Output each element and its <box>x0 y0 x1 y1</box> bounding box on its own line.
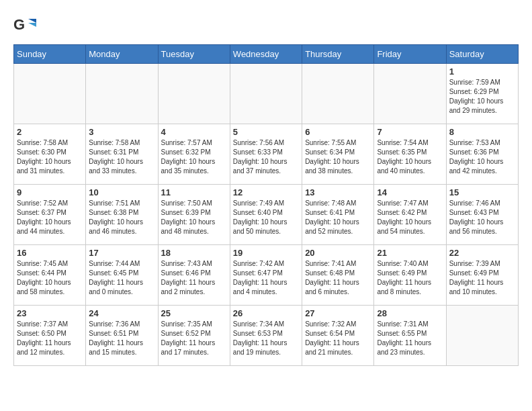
day-info: Sunrise: 7:41 AMSunset: 6:48 PMDaylight:… <box>305 259 371 297</box>
day-number: 11 <box>161 187 227 197</box>
day-number: 24 <box>89 308 154 318</box>
day-info: Sunrise: 7:44 AMSunset: 6:45 PMDaylight:… <box>89 259 154 297</box>
calendar-cell: 21Sunrise: 7:40 AMSunset: 6:49 PMDayligh… <box>374 245 446 306</box>
calendar-table: SundayMondayTuesdayWednesdayThursdayFrid… <box>13 44 519 366</box>
calendar-cell: 11Sunrise: 7:50 AMSunset: 6:39 PMDayligh… <box>158 185 230 245</box>
day-info: Sunrise: 7:50 AMSunset: 6:39 PMDaylight:… <box>161 199 227 236</box>
svg-text:G: G <box>13 16 25 33</box>
page-header: G <box>13 13 519 38</box>
day-number: 16 <box>17 248 83 258</box>
weekday-header-monday: Monday <box>86 45 158 64</box>
calendar-cell: 28Sunrise: 7:31 AMSunset: 6:55 PMDayligh… <box>374 306 446 366</box>
calendar-cell <box>302 64 374 124</box>
calendar-cell <box>14 64 86 124</box>
weekday-header-friday: Friday <box>374 45 446 64</box>
day-number: 21 <box>377 248 443 258</box>
day-info: Sunrise: 7:57 AMSunset: 6:32 PMDaylight:… <box>161 138 227 176</box>
day-info: Sunrise: 7:46 AMSunset: 6:43 PMDaylight:… <box>449 199 515 236</box>
day-number: 25 <box>161 308 227 318</box>
day-number: 15 <box>449 187 515 197</box>
calendar-cell: 20Sunrise: 7:41 AMSunset: 6:48 PMDayligh… <box>302 245 374 306</box>
day-info: Sunrise: 7:31 AMSunset: 6:55 PMDaylight:… <box>377 320 443 357</box>
calendar-cell: 6Sunrise: 7:55 AMSunset: 6:34 PMDaylight… <box>302 124 374 185</box>
day-info: Sunrise: 7:40 AMSunset: 6:49 PMDaylight:… <box>377 259 443 297</box>
calendar-cell: 23Sunrise: 7:37 AMSunset: 6:50 PMDayligh… <box>14 306 86 366</box>
day-info: Sunrise: 7:35 AMSunset: 6:52 PMDaylight:… <box>161 320 227 357</box>
calendar-cell: 13Sunrise: 7:48 AMSunset: 6:41 PMDayligh… <box>302 185 374 245</box>
day-number: 4 <box>161 127 227 137</box>
weekday-header-wednesday: Wednesday <box>230 45 302 64</box>
calendar-cell <box>230 64 302 124</box>
day-number: 27 <box>305 308 371 318</box>
day-number: 3 <box>89 127 154 137</box>
day-info: Sunrise: 7:54 AMSunset: 6:35 PMDaylight:… <box>377 138 443 176</box>
day-info: Sunrise: 7:58 AMSunset: 6:31 PMDaylight:… <box>89 138 154 176</box>
calendar-cell: 4Sunrise: 7:57 AMSunset: 6:32 PMDaylight… <box>158 124 230 185</box>
day-info: Sunrise: 7:55 AMSunset: 6:34 PMDaylight:… <box>305 138 371 176</box>
calendar-cell: 8Sunrise: 7:53 AMSunset: 6:36 PMDaylight… <box>446 124 518 185</box>
svg-marker-1 <box>28 19 36 23</box>
day-info: Sunrise: 7:43 AMSunset: 6:46 PMDaylight:… <box>161 259 227 297</box>
calendar-cell: 15Sunrise: 7:46 AMSunset: 6:43 PMDayligh… <box>446 185 518 245</box>
weekday-header-thursday: Thursday <box>302 45 374 64</box>
calendar-cell: 18Sunrise: 7:43 AMSunset: 6:46 PMDayligh… <box>158 245 230 306</box>
day-info: Sunrise: 7:39 AMSunset: 6:49 PMDaylight:… <box>449 259 515 297</box>
calendar-cell <box>158 64 230 124</box>
weekday-header-sunday: Sunday <box>14 45 86 64</box>
day-info: Sunrise: 7:37 AMSunset: 6:50 PMDaylight:… <box>17 320 83 357</box>
day-number: 9 <box>17 187 83 197</box>
day-info: Sunrise: 7:52 AMSunset: 6:37 PMDaylight:… <box>17 199 83 236</box>
day-number: 26 <box>233 308 299 318</box>
calendar-cell: 5Sunrise: 7:56 AMSunset: 6:33 PMDaylight… <box>230 124 302 185</box>
svg-marker-2 <box>28 23 36 27</box>
logo: G <box>13 13 40 38</box>
day-info: Sunrise: 7:45 AMSunset: 6:44 PMDaylight:… <box>17 259 83 297</box>
calendar-cell: 2Sunrise: 7:58 AMSunset: 6:30 PMDaylight… <box>14 124 86 185</box>
day-info: Sunrise: 7:51 AMSunset: 6:38 PMDaylight:… <box>89 199 154 236</box>
day-number: 6 <box>305 127 371 137</box>
day-number: 17 <box>89 248 154 258</box>
day-info: Sunrise: 7:36 AMSunset: 6:51 PMDaylight:… <box>89 320 154 357</box>
day-info: Sunrise: 7:34 AMSunset: 6:53 PMDaylight:… <box>233 320 299 357</box>
calendar-cell: 9Sunrise: 7:52 AMSunset: 6:37 PMDaylight… <box>14 185 86 245</box>
day-info: Sunrise: 7:48 AMSunset: 6:41 PMDaylight:… <box>305 199 371 236</box>
day-number: 13 <box>305 187 371 197</box>
day-info: Sunrise: 7:42 AMSunset: 6:47 PMDaylight:… <box>233 259 299 297</box>
day-info: Sunrise: 7:49 AMSunset: 6:40 PMDaylight:… <box>233 199 299 236</box>
day-number: 23 <box>17 308 83 318</box>
calendar-cell: 24Sunrise: 7:36 AMSunset: 6:51 PMDayligh… <box>86 306 158 366</box>
day-info: Sunrise: 7:32 AMSunset: 6:54 PMDaylight:… <box>305 320 371 357</box>
day-info: Sunrise: 7:58 AMSunset: 6:30 PMDaylight:… <box>17 138 83 176</box>
calendar-cell: 1Sunrise: 7:59 AMSunset: 6:29 PMDaylight… <box>446 64 518 124</box>
calendar-cell: 22Sunrise: 7:39 AMSunset: 6:49 PMDayligh… <box>446 245 518 306</box>
day-info: Sunrise: 7:59 AMSunset: 6:29 PMDaylight:… <box>449 78 515 116</box>
day-info: Sunrise: 7:53 AMSunset: 6:36 PMDaylight:… <box>449 138 515 176</box>
day-number: 5 <box>233 127 299 137</box>
day-number: 1 <box>449 66 515 77</box>
weekday-header-tuesday: Tuesday <box>158 45 230 64</box>
calendar-cell: 12Sunrise: 7:49 AMSunset: 6:40 PMDayligh… <box>230 185 302 245</box>
calendar-cell: 10Sunrise: 7:51 AMSunset: 6:38 PMDayligh… <box>86 185 158 245</box>
day-number: 14 <box>377 187 443 197</box>
calendar-cell: 17Sunrise: 7:44 AMSunset: 6:45 PMDayligh… <box>86 245 158 306</box>
day-number: 20 <box>305 248 371 258</box>
day-number: 28 <box>377 308 443 318</box>
calendar-cell <box>446 306 518 366</box>
day-number: 7 <box>377 127 443 137</box>
day-number: 10 <box>89 187 154 197</box>
day-number: 18 <box>161 248 227 258</box>
day-number: 2 <box>17 127 83 137</box>
day-number: 8 <box>449 127 515 137</box>
day-info: Sunrise: 7:47 AMSunset: 6:42 PMDaylight:… <box>377 199 443 236</box>
weekday-header-saturday: Saturday <box>446 45 518 64</box>
day-number: 12 <box>233 187 299 197</box>
day-number: 19 <box>233 248 299 258</box>
calendar-cell <box>374 64 446 124</box>
calendar-cell: 16Sunrise: 7:45 AMSunset: 6:44 PMDayligh… <box>14 245 86 306</box>
day-info: Sunrise: 7:56 AMSunset: 6:33 PMDaylight:… <box>233 138 299 176</box>
calendar-cell: 14Sunrise: 7:47 AMSunset: 6:42 PMDayligh… <box>374 185 446 245</box>
calendar-cell: 3Sunrise: 7:58 AMSunset: 6:31 PMDaylight… <box>86 124 158 185</box>
calendar-cell: 25Sunrise: 7:35 AMSunset: 6:52 PMDayligh… <box>158 306 230 366</box>
day-number: 22 <box>449 248 515 258</box>
calendar-cell: 7Sunrise: 7:54 AMSunset: 6:35 PMDaylight… <box>374 124 446 185</box>
